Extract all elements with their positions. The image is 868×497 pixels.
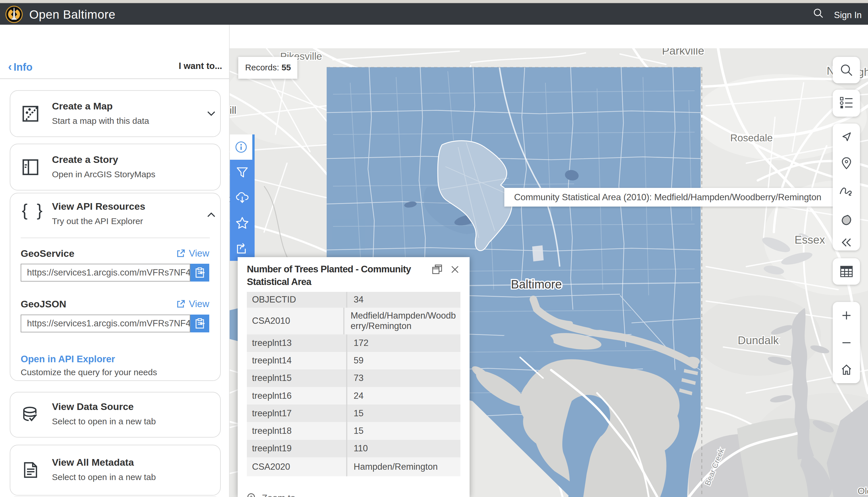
svg-text:Baltimore: Baltimore bbox=[511, 278, 562, 291]
svg-text:Old: Old bbox=[858, 486, 868, 496]
svg-text:Essex: Essex bbox=[795, 233, 825, 246]
svg-text:Parkville: Parkville bbox=[662, 48, 704, 57]
svg-text:Rosedale: Rosedale bbox=[730, 132, 773, 143]
svg-text:ill: ill bbox=[230, 104, 236, 116]
svg-text:Dundalk: Dundalk bbox=[738, 334, 779, 346]
